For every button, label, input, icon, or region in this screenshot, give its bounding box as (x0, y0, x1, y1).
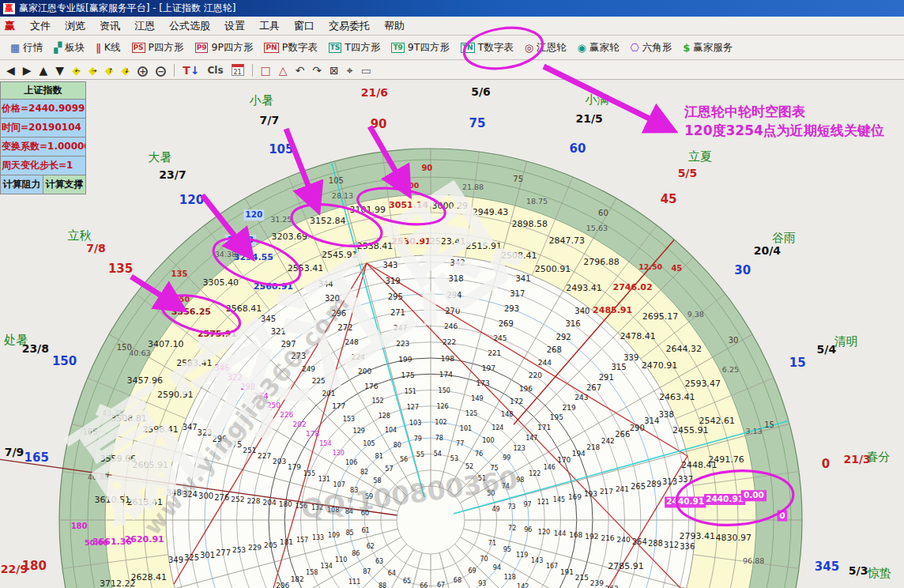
svg-text:68: 68 (454, 577, 461, 584)
toolbar-button-江恩轮[interactable]: ◎江恩轮 (519, 39, 572, 57)
svg-text:229: 229 (248, 544, 262, 552)
svg-text:77: 77 (456, 440, 464, 447)
menu-item-交易委托[interactable]: 交易委托 (322, 18, 377, 33)
svg-text:226: 226 (280, 411, 293, 419)
toolbar-button-9T四方形[interactable]: T99T四方形 (386, 39, 455, 57)
svg-text:3203.69: 3203.69 (272, 232, 308, 242)
svg-text:78: 78 (435, 435, 443, 442)
button-计算阻力[interactable]: 计算阻力 (1, 175, 43, 194)
svg-text:135: 135 (108, 262, 133, 276)
svg-text:20/4: 20/4 (754, 244, 782, 257)
tool-square-tool[interactable]: □ (261, 63, 271, 77)
tool-calendar[interactable]: 21 (232, 63, 244, 77)
svg-text:145: 145 (553, 496, 565, 503)
svg-text:大暑: 大暑 (148, 150, 171, 164)
svg-text:199: 199 (398, 356, 412, 364)
svg-text:176: 176 (364, 383, 378, 390)
svg-text:30: 30 (734, 263, 751, 277)
T数字表-icon: TN (461, 43, 475, 53)
svg-text:265: 265 (631, 482, 646, 491)
tool-center-target[interactable]: ⌖ (347, 63, 353, 77)
toolbar-button-行情[interactable]: ▦行情 (5, 39, 48, 57)
toolbar-button-T数字表[interactable]: TNT数字表 (455, 39, 519, 57)
svg-text:104: 104 (385, 427, 397, 434)
svg-text:59: 59 (365, 493, 373, 500)
svg-text:216: 216 (601, 534, 614, 542)
tool-nav-left[interactable]: ◀ (6, 63, 15, 77)
menu-item-资讯[interactable]: 资讯 (92, 18, 127, 33)
tool-screen[interactable]: ▭ (361, 63, 371, 77)
svg-text:76: 76 (475, 450, 483, 458)
tool-box-x[interactable]: ⊠ (330, 63, 339, 77)
tool-cls[interactable]: Cls (208, 63, 224, 77)
svg-text:5/5: 5/5 (678, 167, 698, 179)
svg-text:55: 55 (416, 451, 424, 458)
tool-step-right[interactable]: ◆→ (89, 63, 97, 77)
svg-text:2605.91: 2605.91 (132, 460, 168, 470)
menu-item-文件[interactable]: 文件 (23, 18, 58, 33)
toolbar-label: T四方形 (345, 41, 380, 55)
menu-item-浏览[interactable]: 浏览 (58, 18, 92, 33)
tool-nav-up[interactable]: ▲ (40, 63, 48, 77)
menu-item-帮助[interactable]: 帮助 (377, 18, 412, 33)
toolbar-label: 9P四方形 (211, 41, 253, 55)
toolbar-label: 赢家轮 (589, 41, 620, 55)
svg-text:67: 67 (437, 582, 445, 588)
menu-item-工具[interactable]: 工具 (252, 18, 287, 33)
toolbar-button-T四方形[interactable]: TST四方形 (323, 39, 386, 57)
svg-text:40.63: 40.63 (129, 349, 150, 357)
svg-text:293: 293 (504, 304, 519, 313)
svg-text:52: 52 (465, 463, 473, 470)
svg-text:2568.41: 2568.41 (226, 303, 262, 314)
svg-text:75: 75 (513, 175, 523, 183)
instrument-name: 上证指数 (1, 82, 85, 100)
tool-step-left[interactable]: ◆← (72, 63, 81, 77)
info-row-0: 价格=2440.9099 (1, 100, 85, 119)
svg-text:111: 111 (348, 579, 360, 586)
tool-step-up[interactable]: ◆↑ (105, 63, 114, 77)
tool-triangle-tool[interactable]: △ (279, 63, 288, 77)
svg-text:3305.40: 3305.40 (202, 277, 239, 288)
toolbar-button-赢家服务[interactable]: $赢家服务 (677, 39, 738, 57)
svg-text:2628.41: 2628.41 (130, 572, 167, 582)
tool-rotate-ccw[interactable]: ↶ (296, 63, 305, 77)
svg-text:222: 222 (443, 338, 456, 346)
toolbar-button-P数字表[interactable]: PNP数字表 (258, 39, 322, 57)
svg-text:春分: 春分 (866, 450, 890, 464)
tool-rotate-cw[interactable]: ↷ (312, 63, 322, 77)
tool-nav-down[interactable]: ▼ (55, 63, 64, 77)
toolbar-button-P四方形[interactable]: PSP四方形 (126, 39, 190, 57)
svg-text:21/5: 21/5 (575, 112, 602, 125)
svg-text:2530.91: 2530.91 (391, 236, 431, 247)
svg-text:2575.91: 2575.91 (198, 329, 237, 339)
svg-text:324: 324 (183, 490, 198, 499)
tool-zoom-in[interactable]: + (137, 63, 148, 77)
svg-text:155: 155 (303, 470, 315, 477)
gann-wheel-chart[interactable]: 4950515253545556575859606162636465666768… (0, 80, 904, 588)
menu-item-江恩[interactable]: 江恩 (127, 18, 162, 33)
svg-text:57: 57 (385, 466, 393, 473)
svg-text:83: 83 (350, 487, 358, 494)
tool-zoom-out[interactable]: − (156, 63, 166, 77)
menu-item-设置[interactable]: 设置 (217, 18, 252, 33)
tool-step-down[interactable]: ◆↓ (121, 63, 130, 77)
menu-item-窗口[interactable]: 窗口 (287, 18, 322, 33)
toolbar-button-板块[interactable]: ▞板块 (48, 39, 90, 57)
button-计算支撑[interactable]: 计算支撑 (43, 175, 85, 194)
menu-item-公式选股[interactable]: 公式选股 (162, 18, 217, 33)
svg-text:处暑: 处暑 (4, 333, 28, 347)
svg-text:338: 338 (659, 410, 674, 419)
svg-text:142: 142 (517, 583, 529, 588)
svg-text:325: 325 (184, 553, 199, 562)
svg-text:313: 313 (662, 477, 677, 486)
svg-text:71: 71 (488, 540, 496, 547)
svg-text:87: 87 (363, 568, 371, 575)
toolbar-button-六角形[interactable]: ⎔六角形 (624, 39, 677, 57)
tool-nav-right[interactable]: ▶ (23, 63, 32, 77)
tool-time-axis[interactable]: T↓ (183, 63, 199, 77)
svg-text:172: 172 (510, 398, 523, 405)
toolbar-button-赢家轮[interactable]: ◉赢家轮 (572, 39, 625, 57)
行情-icon: ▦ (10, 42, 20, 54)
toolbar-button-9P四方形[interactable]: P99P四方形 (190, 39, 259, 57)
toolbar-button-K线[interactable]: ∥K线 (90, 39, 126, 57)
